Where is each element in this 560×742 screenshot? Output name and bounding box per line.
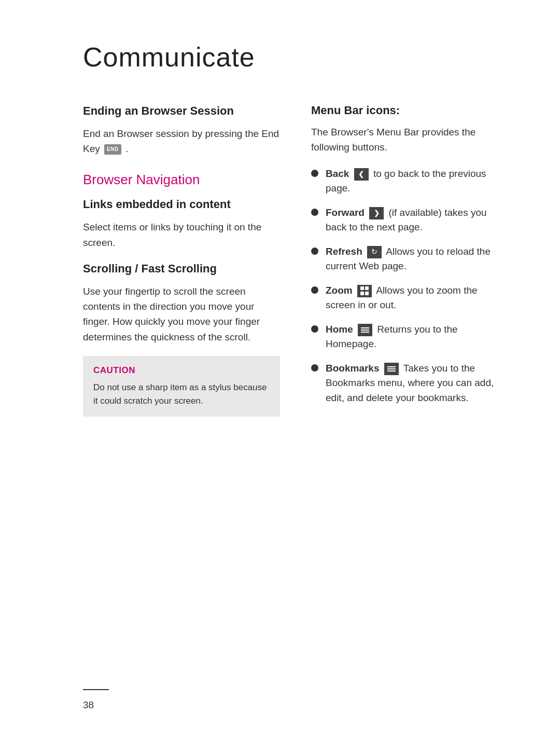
- scrolling-heading: Scrolling / Fast Scrolling: [83, 262, 280, 277]
- caution-text: Do not use a sharp item as a stylus beca…: [93, 381, 270, 407]
- scrolling-section: Scrolling / Fast Scrolling Use your fing…: [83, 262, 280, 345]
- bookmark-line: [387, 370, 396, 372]
- page-title: Communicate: [83, 42, 508, 73]
- page-number: 38: [83, 699, 94, 711]
- browser-nav-heading: Browser Navigation: [83, 172, 280, 188]
- caution-label: CAUTION: [93, 365, 270, 376]
- ending-session-section: Ending an Browser Session End an Browser…: [83, 104, 280, 156]
- bullet-content-bookmarks: Bookmarks Takes you to the Bookmarks men…: [326, 361, 508, 406]
- list-item-home: Home Returns you to the Homepage.: [311, 322, 508, 352]
- bookmark-line: [387, 366, 396, 367]
- bullet-content-refresh: Refresh ↻ Allows you to reload the curre…: [326, 244, 508, 274]
- bullet-dot: [311, 209, 318, 216]
- list-item-bookmarks: Bookmarks Takes you to the Bookmarks men…: [311, 361, 508, 406]
- menu-bar-intro: The Browser's Menu Bar provides the foll…: [311, 125, 508, 155]
- bullet-content-back: Back ❮ to go back to the previous page.: [326, 167, 508, 196]
- home-line: [361, 332, 369, 333]
- zoom-dot: [365, 292, 369, 295]
- end-key-badge: END: [104, 144, 121, 155]
- list-item-refresh: Refresh ↻ Allows you to reload the curre…: [311, 244, 508, 274]
- bookmarks-icon: [384, 363, 399, 375]
- menu-bar-heading: Menu Bar icons:: [311, 104, 508, 117]
- bullet-dot: [311, 248, 318, 255]
- list-item-zoom: Zoom Allows you to zoom the screen in or…: [311, 283, 508, 313]
- back-icon: ❮: [354, 168, 369, 181]
- term-back: Back: [326, 168, 349, 179]
- zoom-icon: [357, 285, 372, 297]
- links-embedded-heading: Links embedded in content: [83, 197, 280, 212]
- home-lines: [361, 327, 369, 333]
- bullet-dot: [311, 170, 318, 177]
- links-embedded-body: Select items or links by touching it on …: [83, 219, 280, 250]
- bullet-dot: [311, 325, 318, 333]
- term-refresh: Refresh: [326, 246, 362, 257]
- refresh-icon: ↻: [367, 246, 382, 258]
- bullet-dot: [311, 364, 318, 372]
- ending-session-body: End an Browser session by pressing the E…: [83, 126, 280, 157]
- forward-icon: ❯: [369, 207, 384, 219]
- bullet-content-zoom: Zoom Allows you to zoom the screen in or…: [326, 283, 508, 313]
- zoom-dot: [360, 286, 364, 290]
- term-home: Home: [326, 324, 353, 335]
- term-forward: Forward: [326, 207, 365, 218]
- ending-session-heading: Ending an Browser Session: [83, 104, 280, 119]
- term-zoom: Zoom: [326, 285, 353, 296]
- home-icon: [358, 324, 372, 336]
- links-embedded-section: Links embedded in content Select items o…: [83, 197, 280, 250]
- zoom-dot: [360, 292, 364, 295]
- home-line: [361, 327, 369, 328]
- left-column: Ending an Browser Session End an Browser…: [83, 104, 280, 417]
- bullet-content-forward: Forward ❯ (if available) takes you back …: [326, 205, 508, 235]
- list-item-forward: Forward ❯ (if available) takes you back …: [311, 205, 508, 235]
- right-column: Menu Bar icons: The Browser's Menu Bar p…: [311, 104, 508, 415]
- scrolling-body: Use your fingertip to scroll the screen …: [83, 284, 280, 345]
- bullet-content-home: Home Returns you to the Homepage.: [326, 322, 508, 352]
- bullet-dot: [311, 286, 318, 294]
- caution-box: CAUTION Do not use a sharp item as a sty…: [83, 356, 280, 417]
- bookmark-line: [387, 368, 396, 369]
- zoom-dot: [365, 286, 369, 290]
- bookmarks-lines: [387, 366, 396, 372]
- menu-bar-list: Back ❮ to go back to the previous page. …: [311, 167, 508, 406]
- term-bookmarks: Bookmarks: [326, 363, 380, 374]
- home-line: [361, 329, 369, 331]
- list-item-back: Back ❮ to go back to the previous page.: [311, 167, 508, 196]
- page-divider-line: [83, 689, 109, 690]
- two-column-layout: Ending an Browser Session End an Browser…: [83, 104, 508, 417]
- page: Communicate Ending an Browser Session En…: [0, 0, 560, 742]
